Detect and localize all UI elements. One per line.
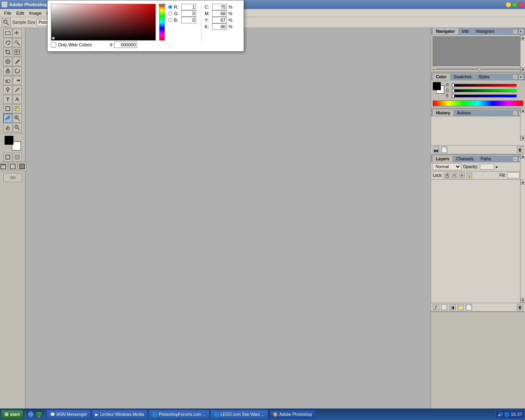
r-input[interactable]	[181, 4, 196, 10]
zoom-track[interactable]	[436, 68, 520, 70]
layers-scroll-up[interactable]: ▲	[520, 180, 525, 185]
restore-button[interactable]	[512, 2, 517, 7]
history-collapse-btn[interactable]: –	[513, 111, 518, 116]
lasso-tool[interactable]	[3, 38, 12, 47]
color-scroll-up[interactable]: ▲	[520, 108, 525, 113]
color-scroll-down[interactable]: ▼	[520, 136, 525, 141]
standard-mode-button[interactable]	[3, 153, 12, 162]
pen-tool[interactable]	[13, 85, 22, 94]
full-screen-menu-button[interactable]	[8, 162, 17, 171]
move-tool[interactable]	[13, 29, 22, 38]
history-new-btn[interactable]: 📄	[441, 146, 447, 153]
history-delete-btn[interactable]: 🗑	[517, 146, 523, 153]
blend-mode-select[interactable]: Normal Multiply Screen Overlay	[433, 163, 461, 170]
taskbar-lego[interactable]: 🌐 LEGO.com Star Wars ...	[210, 410, 268, 419]
k-input[interactable]	[212, 23, 227, 30]
heal-tool[interactable]	[3, 57, 12, 66]
tab-channels[interactable]: Channels	[453, 156, 477, 162]
b-channel-thumb[interactable]	[452, 94, 454, 98]
tab-styles[interactable]: Styles	[475, 74, 493, 80]
full-screen-button[interactable]	[18, 162, 27, 171]
zoom-out-icon[interactable]: –	[433, 67, 435, 71]
hue-slider[interactable]	[159, 4, 165, 41]
taskbar-photoshop[interactable]: 🎨 Adobe Photoshop	[269, 410, 316, 419]
type-tool[interactable]: T	[3, 95, 12, 104]
b-channel-slider[interactable]	[452, 94, 517, 98]
history-snapshot-btn[interactable]: 📷	[433, 146, 439, 153]
fill-input[interactable]	[507, 172, 520, 178]
quick-launch-ie[interactable]	[27, 411, 34, 418]
g-radio[interactable]	[168, 11, 172, 16]
opacity-input[interactable]	[480, 164, 494, 170]
hand-tool[interactable]	[3, 123, 12, 132]
b-radio[interactable]	[168, 18, 172, 22]
menu-image[interactable]: Image	[27, 10, 44, 16]
nav-scroll-down[interactable]: ▼	[520, 67, 525, 72]
tab-color[interactable]: Color	[433, 74, 450, 80]
jump-to-imageready[interactable]: IR	[3, 173, 22, 182]
tab-paths[interactable]: Paths	[477, 156, 495, 162]
lock-all-btn[interactable]: 🔒	[466, 173, 472, 178]
r-channel-thumb[interactable]	[452, 83, 454, 87]
taskbar-media[interactable]: ▶ Lecteur Windows Media	[91, 410, 148, 419]
menu-file[interactable]: File	[2, 10, 14, 16]
history-scroll-up[interactable]: ▲	[520, 154, 525, 159]
minimize-button[interactable]	[506, 2, 511, 7]
g-input[interactable]	[181, 10, 196, 17]
quick-mask-button[interactable]	[13, 153, 22, 162]
layer-adjustment-btn[interactable]: ◑	[449, 304, 456, 310]
lock-move-btn[interactable]	[459, 173, 465, 178]
foreground-color-swatch[interactable]	[5, 136, 14, 145]
history-brush-tool[interactable]	[13, 66, 22, 75]
menu-edit[interactable]: Edit	[14, 10, 27, 16]
navigator-options-btn[interactable]: ▸	[518, 29, 523, 34]
notes-tool[interactable]	[13, 104, 22, 113]
standard-screen-button[interactable]	[0, 162, 8, 171]
taskbar-photoshopforums[interactable]: 🌐 PhotoshopForums.com ...	[148, 410, 210, 419]
path-select-tool[interactable]	[13, 95, 22, 104]
eraser-tool[interactable]	[3, 76, 12, 85]
fg-color-preview[interactable]	[433, 82, 441, 90]
r-channel-slider[interactable]	[452, 84, 517, 87]
zoom-out-tool[interactable]	[13, 123, 22, 132]
color-swatches[interactable]	[5, 136, 21, 151]
gradient-tool[interactable]	[13, 76, 22, 85]
zoom-tool[interactable]	[13, 114, 22, 123]
m-input[interactable]	[212, 10, 227, 17]
quick-launch-show-desktop[interactable]	[35, 411, 43, 418]
layers-collapse-btn[interactable]: –	[513, 157, 518, 162]
close-button[interactable]	[518, 2, 523, 7]
dodge-tool[interactable]	[3, 85, 12, 94]
layer-fx-btn[interactable]: ƒ	[433, 304, 439, 310]
hex-input[interactable]	[114, 41, 137, 48]
navigator-collapse-btn[interactable]: –	[513, 29, 518, 34]
marquee-tool[interactable]	[3, 29, 12, 38]
tab-histogram[interactable]: Histogram	[472, 28, 498, 34]
tab-navigator[interactable]: Navigator	[433, 28, 459, 34]
color-options-btn[interactable]: ▸	[518, 75, 523, 80]
clone-tool[interactable]	[3, 66, 12, 75]
crop-tool[interactable]	[3, 48, 12, 57]
lock-transparent-btn[interactable]	[444, 173, 450, 178]
b-input[interactable]	[181, 17, 196, 23]
magic-wand-tool[interactable]	[13, 38, 22, 47]
y-input[interactable]	[212, 17, 227, 23]
color-saturation-field[interactable]	[51, 4, 156, 41]
layers-scroll-down[interactable]: ▼	[520, 298, 525, 303]
zoom-slider-thumb[interactable]	[478, 68, 481, 71]
only-web-colors-checkbox[interactable]	[51, 42, 56, 48]
color-collapse-btn[interactable]: –	[513, 75, 518, 80]
g-channel-slider[interactable]	[452, 89, 517, 92]
taskbar-msn[interactable]: 💬 MSN Messenger	[46, 410, 91, 419]
r-radio[interactable]	[168, 5, 172, 9]
slice-tool[interactable]	[13, 48, 22, 57]
shape-tool[interactable]	[3, 104, 12, 113]
eyedropper-tool[interactable]	[3, 114, 12, 123]
layer-group-btn[interactable]: 📁	[457, 304, 464, 310]
layer-mask-btn[interactable]: ⬜	[441, 304, 447, 310]
brush-tool[interactable]	[13, 57, 22, 66]
c-input[interactable]	[212, 4, 227, 10]
tab-info[interactable]: Info	[459, 28, 472, 34]
layer-new-btn[interactable]: 📄	[466, 304, 472, 310]
layer-delete-btn[interactable]: 🗑	[517, 304, 523, 310]
